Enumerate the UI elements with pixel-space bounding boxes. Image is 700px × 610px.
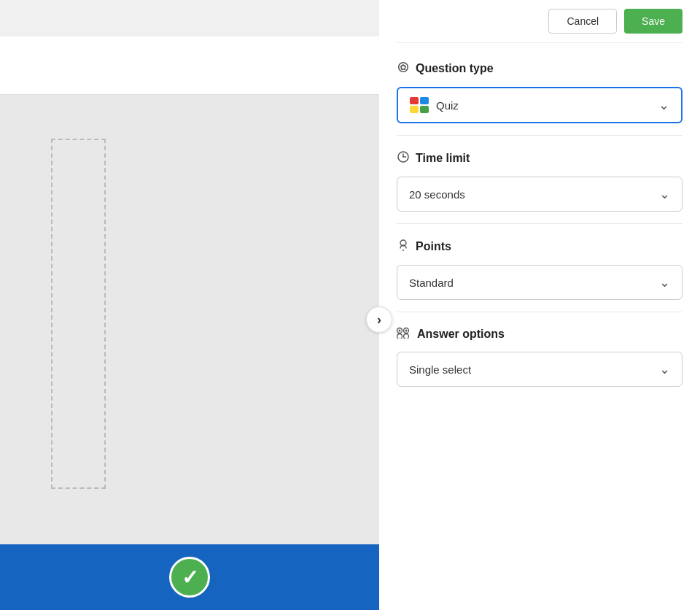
points-chevron: ⌄ <box>659 274 670 290</box>
dashed-placeholder <box>51 139 106 489</box>
time-limit-section: Time limit 20 seconds ⌄ <box>397 136 682 224</box>
answer-options-icon <box>397 327 411 341</box>
top-bar <box>0 0 379 36</box>
time-limit-value: 20 seconds <box>409 188 465 201</box>
svg-point-4 <box>402 250 404 251</box>
time-limit-dropdown[interactable]: 20 seconds ⌄ <box>397 177 682 212</box>
points-dropdown[interactable]: Standard ⌄ <box>397 265 682 300</box>
white-area <box>0 36 379 95</box>
question-type-title: Question type <box>416 62 494 75</box>
quiz-icon <box>410 97 429 113</box>
question-type-value: Quiz <box>436 99 459 112</box>
points-header: Points <box>397 239 682 255</box>
dropdown-left: Quiz <box>410 97 459 113</box>
answer-options-chevron: ⌄ <box>659 361 670 377</box>
answer-options-header: Answer options <box>397 327 682 341</box>
check-circle: ✓ <box>169 557 210 598</box>
answer-options-section: Answer options Single select ⌄ <box>397 312 682 398</box>
time-limit-header: Time limit <box>397 150 682 166</box>
question-type-chevron: ⌄ <box>658 97 669 113</box>
top-buttons-row: Cancel Save <box>397 0 682 43</box>
points-section: Points Standard ⌄ <box>397 224 682 312</box>
answer-options-value: Single select <box>409 363 471 376</box>
svg-point-10 <box>404 334 409 339</box>
points-icon <box>397 239 410 255</box>
time-limit-title: Time limit <box>416 152 470 165</box>
svg-point-9 <box>397 334 402 339</box>
time-limit-icon <box>397 150 410 166</box>
right-panel: Cancel Save Question type <box>379 0 700 610</box>
cancel-button[interactable]: Cancel <box>548 9 617 34</box>
checkmark-icon: ✓ <box>182 565 198 590</box>
bottom-blue-bar: ✓ <box>0 544 379 610</box>
points-value: Standard <box>409 277 454 289</box>
main-content: › <box>0 95 379 544</box>
left-panel: › ✓ <box>0 0 379 610</box>
question-type-header: Question type <box>397 61 682 77</box>
points-title: Points <box>416 240 451 253</box>
save-button[interactable]: Save <box>624 9 682 34</box>
arrow-button[interactable]: › <box>366 306 392 333</box>
question-type-dropdown[interactable]: Quiz ⌄ <box>397 87 682 123</box>
arrow-icon: › <box>377 312 381 328</box>
question-type-section: Question type Quiz ⌄ <box>397 46 682 136</box>
question-type-icon <box>397 61 410 77</box>
time-limit-chevron: ⌄ <box>659 186 670 202</box>
answer-options-dropdown[interactable]: Single select ⌄ <box>397 352 682 387</box>
svg-point-8 <box>405 330 408 332</box>
answer-options-title: Answer options <box>417 328 505 341</box>
svg-point-6 <box>399 330 401 332</box>
